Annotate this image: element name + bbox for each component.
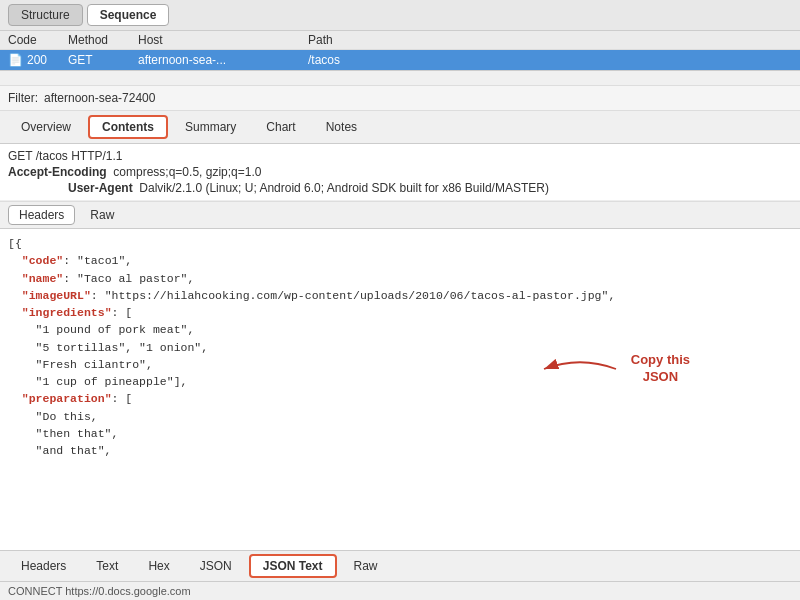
json-line-10: "Do this, — [8, 408, 792, 425]
tab-contents[interactable]: Contents — [88, 115, 168, 139]
status-text: CONNECT https://0.docs.google.com — [8, 585, 191, 597]
btab-text[interactable]: Text — [83, 555, 131, 577]
col-path: Path — [308, 33, 792, 47]
bottom-tabs: Headers Text Hex JSON JSON Text Raw — [0, 550, 800, 581]
table-header: Code Method Host Path — [0, 31, 800, 50]
json-line-9: "preparation": [ — [8, 390, 792, 407]
col-code: Code — [8, 33, 68, 47]
request-row[interactable]: 📄 200 GET afternoon-sea-... /tacos — [0, 50, 800, 70]
filter-value: afternoon-sea-72400 — [44, 91, 155, 105]
tab-chart[interactable]: Chart — [253, 116, 308, 138]
json-line-5: "1 pound of pork meat", — [8, 321, 792, 338]
document-icon: 📄 — [8, 53, 23, 67]
request-line2: Accept-Encoding compress;q=0.5, gzip;q=1… — [8, 164, 792, 180]
arrow-icon — [535, 349, 625, 389]
btab-hex[interactable]: Hex — [135, 555, 182, 577]
subtab-headers[interactable]: Headers — [8, 205, 75, 225]
json-line-3: "imageURL": "https://hilahcooking.com/wp… — [8, 287, 792, 304]
col-host: Host — [138, 33, 308, 47]
sub-tabs: Headers Raw — [0, 201, 800, 229]
copy-annotation: Copy thisJSON — [535, 349, 690, 389]
btab-json[interactable]: JSON — [187, 555, 245, 577]
accept-encoding-label: Accept-Encoding — [8, 165, 107, 179]
btab-raw[interactable]: Raw — [341, 555, 391, 577]
sequence-tab[interactable]: Sequence — [87, 4, 170, 26]
top-toolbar: Structure Sequence — [0, 0, 800, 31]
row-code: 📄 200 — [8, 53, 68, 67]
col-method: Method — [68, 33, 138, 47]
json-line-12: "and that", — [8, 442, 792, 459]
tab-overview[interactable]: Overview — [8, 116, 84, 138]
json-line-4: "ingredients": [ — [8, 304, 792, 321]
request-line1: GET /tacos HTTP/1.1 — [8, 148, 792, 164]
filter-label: Filter: — [8, 91, 38, 105]
structure-tab[interactable]: Structure — [8, 4, 83, 26]
json-line-0: [{ — [8, 235, 792, 252]
json-line-2: "name": "Taco al pastor", — [8, 270, 792, 287]
user-agent-label: User-Agent — [68, 181, 133, 195]
row-method: GET — [68, 53, 138, 67]
content-tabs: Overview Contents Summary Chart Notes — [0, 111, 800, 144]
spacer — [0, 71, 800, 85]
status-bar: CONNECT https://0.docs.google.com — [0, 581, 800, 600]
json-line-11: "then that", — [8, 425, 792, 442]
user-agent-value: Dalvik/2.1.0 (Linux; U; Android 6.0; And… — [139, 181, 549, 195]
request-table: Code Method Host Path 📄 200 GET afternoo… — [0, 31, 800, 71]
row-path: /tacos — [308, 53, 792, 67]
request-info: GET /tacos HTTP/1.1 Accept-Encoding comp… — [0, 144, 800, 201]
row-host: afternoon-sea-... — [138, 53, 308, 67]
filter-bar: Filter: afternoon-sea-72400 — [0, 85, 800, 111]
subtab-raw[interactable]: Raw — [79, 205, 125, 225]
annotation-text: Copy thisJSON — [631, 352, 690, 386]
json-line-1: "code": "taco1", — [8, 252, 792, 269]
accept-encoding-value: compress;q=0.5, gzip;q=1.0 — [113, 165, 261, 179]
tab-summary[interactable]: Summary — [172, 116, 249, 138]
request-line3: User-Agent Dalvik/2.1.0 (Linux; U; Andro… — [8, 180, 792, 196]
json-content: [{ "code": "taco1", "name": "Taco al pas… — [0, 229, 800, 550]
tab-notes[interactable]: Notes — [313, 116, 370, 138]
btab-headers[interactable]: Headers — [8, 555, 79, 577]
btab-json-text[interactable]: JSON Text — [249, 554, 337, 578]
